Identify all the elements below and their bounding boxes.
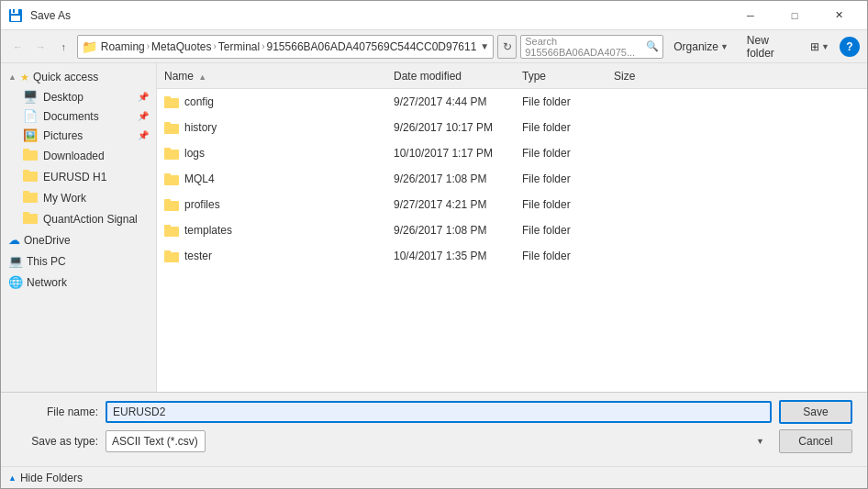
- organize-chevron-icon: ▼: [720, 42, 729, 51]
- sidebar-item-this-pc[interactable]: 💻 This PC: [1, 250, 156, 272]
- onedrive-label: OneDrive: [24, 234, 71, 247]
- hide-folders-chevron-icon: ▲: [8, 473, 17, 483]
- footer-bar: ▲ Hide Folders: [1, 466, 867, 488]
- file-type-cell: File folder: [522, 198, 614, 211]
- svg-rect-13: [164, 96, 171, 99]
- dialog-title: Save As: [30, 9, 71, 22]
- file-name-text: history: [184, 121, 217, 134]
- sidebar: ▲ ★ Quick access 🖥️ Desktop 📌 📄 Document…: [1, 63, 157, 392]
- file-name-cell: templates: [164, 224, 394, 237]
- col-type-header[interactable]: Type: [522, 70, 614, 83]
- new-folder-button[interactable]: New folder: [739, 31, 800, 62]
- close-button[interactable]: ✕: [818, 1, 860, 30]
- sidebar-item-label-desktop: Desktop: [43, 91, 83, 104]
- file-name-text: profiles: [184, 198, 220, 211]
- sidebar-item-pictures[interactable]: 🖼️ Pictures 📌: [1, 126, 156, 145]
- file-name-cell: MQL4: [164, 172, 394, 185]
- sidebar-item-eurusd-h1[interactable]: EURUSD H1: [1, 166, 156, 187]
- file-name-text: config: [184, 95, 214, 108]
- svg-rect-7: [23, 170, 29, 172]
- table-row[interactable]: templates 9/26/2017 1:08 PM File folder: [157, 217, 867, 243]
- file-name-cell: history: [164, 121, 394, 134]
- organize-button[interactable]: Organize ▼: [667, 38, 735, 56]
- svg-rect-5: [23, 149, 29, 151]
- breadcrumb-metaquotes: MetaQuotes: [151, 40, 211, 53]
- quick-access-chevron-icon: ▲: [8, 72, 17, 82]
- table-row[interactable]: config 9/27/2017 4:44 PM File folder: [157, 89, 867, 115]
- title-bar-left: Save As: [8, 8, 71, 23]
- svg-rect-16: [164, 150, 179, 160]
- file-name-cell: tester: [164, 250, 394, 262]
- cancel-button[interactable]: Cancel: [779, 429, 852, 453]
- network-label: Network: [27, 276, 67, 289]
- refresh-button[interactable]: ↻: [497, 35, 517, 59]
- file-list: config 9/27/2017 4:44 PM File folder his…: [157, 89, 867, 392]
- pin-icon-docs: 📌: [138, 111, 149, 121]
- sidebar-item-documents[interactable]: 📄 Documents 📌: [1, 106, 156, 126]
- sidebar-item-desktop[interactable]: 🖥️ Desktop 📌: [1, 87, 156, 106]
- file-date-cell: 9/26/2017 10:17 PM: [394, 121, 522, 134]
- table-row[interactable]: history 9/26/2017 10:17 PM File folder: [157, 115, 867, 140]
- col-date-header[interactable]: Date modified: [394, 70, 522, 83]
- back-button[interactable]: ←: [8, 36, 28, 58]
- quick-access-star-icon: ★: [20, 72, 29, 83]
- col-size-header[interactable]: Size: [614, 70, 687, 83]
- view-button[interactable]: ⊞ ▼: [804, 38, 836, 56]
- svg-rect-19: [164, 173, 171, 176]
- table-row[interactable]: MQL4 9/26/2017 1:08 PM File folder: [157, 166, 867, 192]
- save-button[interactable]: Save: [779, 400, 852, 424]
- maximize-button[interactable]: □: [773, 1, 816, 30]
- svg-rect-12: [164, 98, 179, 108]
- file-type-cell: File folder: [522, 147, 614, 160]
- file-date-cell: 10/4/2017 1:35 PM: [394, 250, 522, 262]
- sidebar-item-network[interactable]: 🌐 Network: [1, 272, 156, 293]
- sort-icon: ▲: [198, 72, 206, 82]
- col-name-header[interactable]: Name ▲: [164, 70, 394, 83]
- my-work-folder-icon: [23, 190, 38, 206]
- svg-rect-8: [23, 193, 38, 203]
- table-row[interactable]: profiles 9/27/2017 4:21 PM File folder: [157, 192, 867, 217]
- new-folder-label: New folder: [747, 34, 774, 60]
- address-chevron-icon[interactable]: ▼: [480, 41, 489, 51]
- svg-rect-22: [164, 227, 179, 237]
- title-controls: ─ □ ✕: [729, 1, 860, 30]
- view-controls: ⊞ ▼ ?: [804, 37, 860, 57]
- help-button[interactable]: ?: [840, 37, 860, 57]
- up-button[interactable]: ↑: [54, 36, 73, 58]
- title-bar: Save As ─ □ ✕: [1, 1, 867, 30]
- forward-button[interactable]: →: [31, 36, 50, 58]
- eurusd-folder-icon: [23, 169, 38, 184]
- svg-rect-14: [164, 124, 179, 134]
- this-pc-label: This PC: [27, 255, 66, 268]
- table-row[interactable]: logs 10/10/2017 1:17 PM File folder: [157, 140, 867, 166]
- sidebar-item-onedrive[interactable]: ☁ OneDrive: [1, 229, 156, 250]
- column-headers: Name ▲ Date modified Type Size: [157, 63, 867, 89]
- svg-rect-24: [164, 252, 179, 262]
- folder-icon: [164, 121, 179, 134]
- search-bar[interactable]: Search 915566BA06ADA4075... 🔍: [520, 35, 663, 59]
- sep1: ›: [147, 41, 150, 51]
- savetype-label: Save as type:: [16, 435, 98, 448]
- breadcrumb-roaming: Roaming: [101, 40, 145, 53]
- sidebar-item-quant[interactable]: QuantAction Signal: [1, 208, 156, 229]
- file-name-cell: profiles: [164, 198, 394, 211]
- filename-row: File name: Save: [16, 400, 852, 424]
- address-bar[interactable]: 📁 Roaming › MetaQuotes › Terminal › 9155…: [77, 35, 495, 59]
- svg-rect-20: [164, 201, 179, 211]
- view-icon: ⊞: [810, 40, 819, 53]
- svg-rect-25: [164, 250, 171, 253]
- minimize-button[interactable]: ─: [729, 1, 772, 30]
- file-name-text: tester: [184, 250, 212, 262]
- hide-folders-link[interactable]: Hide Folders: [20, 472, 83, 484]
- network-icon: 🌐: [8, 275, 23, 289]
- content-area: ▲ ★ Quick access 🖥️ Desktop 📌 📄 Document…: [1, 63, 867, 392]
- sidebar-item-my-work[interactable]: My Work: [1, 187, 156, 208]
- svg-rect-15: [164, 122, 171, 125]
- table-row[interactable]: tester 10/4/2017 1:35 PM File folder: [157, 243, 867, 269]
- filename-input[interactable]: [106, 401, 772, 423]
- savetype-select[interactable]: ASCII Text (*.csv): [106, 430, 206, 452]
- sidebar-section-quick-access[interactable]: ▲ ★ Quick access: [1, 67, 156, 87]
- sidebar-item-downloaded[interactable]: Downloaded: [1, 145, 156, 166]
- view-chevron-icon: ▼: [821, 42, 829, 51]
- file-date-cell: 9/26/2017 1:08 PM: [394, 224, 522, 237]
